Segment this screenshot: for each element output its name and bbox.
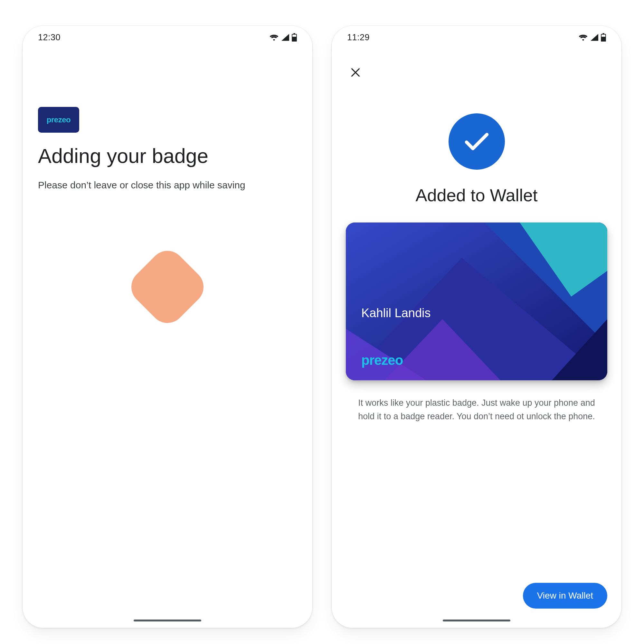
success-check-icon xyxy=(449,113,505,170)
status-bar: 11:29 xyxy=(332,26,621,49)
card-brand: prezeo xyxy=(361,353,403,368)
status-bar: 12:30 xyxy=(23,26,312,49)
wifi-icon xyxy=(269,34,279,41)
wallet-card[interactable]: Kahlil Landis prezeo xyxy=(346,223,607,380)
card-holder-name: Kahlil Landis xyxy=(361,306,431,320)
brand-chip: prezeo xyxy=(38,107,79,133)
svg-rect-0 xyxy=(292,35,296,37)
page-title: Added to Wallet xyxy=(415,185,537,205)
cell-signal-icon xyxy=(281,34,289,41)
brand-chip-label: prezeo xyxy=(47,115,71,124)
description-text: It works like your plastic badge. Just w… xyxy=(351,396,602,423)
close-icon xyxy=(350,67,361,79)
battery-icon xyxy=(292,33,297,42)
status-time: 11:29 xyxy=(347,33,370,43)
phone-frame-success: 11:29 xyxy=(332,26,621,628)
svg-rect-1 xyxy=(601,35,605,37)
view-in-wallet-button[interactable]: View in Wallet xyxy=(523,583,607,609)
cell-signal-icon xyxy=(591,34,598,41)
wifi-icon xyxy=(578,34,588,41)
phone-frame-loading: 12:30 prezeo Adding your badge Please do… xyxy=(23,26,312,628)
page-title: Adding your badge xyxy=(38,144,297,167)
battery-icon xyxy=(601,33,606,42)
home-indicator[interactable] xyxy=(443,620,510,621)
status-time: 12:30 xyxy=(38,33,61,43)
home-indicator[interactable] xyxy=(134,620,201,621)
loading-spinner-icon xyxy=(124,244,211,330)
close-button[interactable] xyxy=(346,64,365,82)
page-subtitle: Please don’t leave or close this app whi… xyxy=(38,178,297,192)
